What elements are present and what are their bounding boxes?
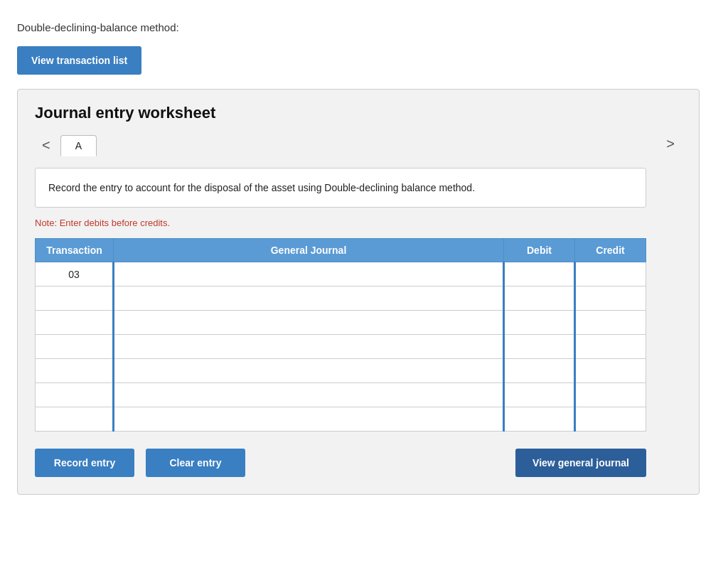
col-header-general-journal: General Journal [114,239,504,262]
credit-cell-6[interactable] [575,407,646,432]
credit-cell-1[interactable] [575,286,646,311]
transaction-cell-6 [36,407,114,432]
journal-cell-4[interactable] [114,359,504,383]
journal-cell-0[interactable] [114,262,504,286]
debit-cell-2[interactable] [504,311,575,335]
tab-right-arrow[interactable]: > [659,132,682,156]
table-row [36,335,646,359]
page-subtitle: Double-declining-balance method: [17,21,711,33]
debit-input-6[interactable] [505,407,574,431]
table-row [36,359,646,383]
debit-cell-4[interactable] [504,359,575,383]
worksheet-container: Journal entry worksheet < A > Record the… [17,89,700,495]
debit-cell-3[interactable] [504,335,575,359]
col-header-transaction: Transaction [36,239,114,262]
credit-input-0[interactable] [576,262,646,286]
debit-cell-6[interactable] [504,407,575,432]
debit-cell-1[interactable] [504,286,575,311]
debit-input-4[interactable] [505,359,574,382]
journal-cell-6[interactable] [114,407,504,432]
debit-input-5[interactable] [505,383,574,407]
transaction-cell-5 [36,383,114,407]
transaction-cell-1 [36,286,114,311]
table-row [36,311,646,335]
journal-input-0[interactable] [114,262,503,286]
transaction-cell-0: 03 [36,262,114,286]
transaction-cell-4 [36,359,114,383]
credit-input-1[interactable] [576,286,646,310]
credit-input-2[interactable] [576,311,646,334]
transaction-cell-2 [36,311,114,335]
instruction-box: Record the entry to account for the disp… [35,168,646,208]
journal-input-2[interactable] [114,311,503,334]
journal-input-4[interactable] [114,359,503,382]
debit-cell-5[interactable] [504,383,575,407]
buttons-row: Record entry Clear entry View general jo… [35,449,646,477]
journal-cell-2[interactable] [114,311,504,335]
journal-input-5[interactable] [114,383,503,407]
transaction-cell-3 [36,335,114,359]
journal-cell-3[interactable] [114,335,504,359]
note-text: Note: Enter debits before credits. [35,218,682,228]
debit-input-3[interactable] [505,335,574,358]
credit-input-5[interactable] [576,383,646,407]
journal-input-6[interactable] [114,407,503,431]
debit-input-2[interactable] [505,311,574,334]
credit-cell-3[interactable] [575,335,646,359]
tab-a[interactable]: A [60,135,97,156]
table-row [36,286,646,311]
debit-input-0[interactable] [505,262,574,286]
journal-cell-1[interactable] [114,286,504,311]
credit-input-3[interactable] [576,335,646,358]
table-row: 03 [36,262,646,286]
journal-table: Transaction General Journal Debit Credit… [35,238,646,432]
journal-cell-5[interactable] [114,383,504,407]
debit-cell-0[interactable] [504,262,575,286]
col-header-credit: Credit [575,239,646,262]
debit-input-1[interactable] [505,286,574,310]
credit-input-6[interactable] [576,407,646,431]
credit-cell-2[interactable] [575,311,646,335]
credit-cell-4[interactable] [575,359,646,383]
credit-input-4[interactable] [576,359,646,382]
view-general-journal-button[interactable]: View general journal [515,449,646,477]
tabs-row: < A > [35,134,682,156]
record-entry-button[interactable]: Record entry [35,449,134,477]
credit-cell-0[interactable] [575,262,646,286]
journal-input-3[interactable] [114,335,503,358]
view-transaction-button[interactable]: View transaction list [17,46,141,75]
col-header-debit: Debit [504,239,575,262]
journal-input-1[interactable] [114,286,503,310]
table-row [36,407,646,432]
credit-cell-5[interactable] [575,383,646,407]
clear-entry-button[interactable]: Clear entry [146,449,245,477]
worksheet-title: Journal entry worksheet [35,104,682,122]
tab-left-arrow[interactable]: < [35,134,58,156]
table-row [36,383,646,407]
